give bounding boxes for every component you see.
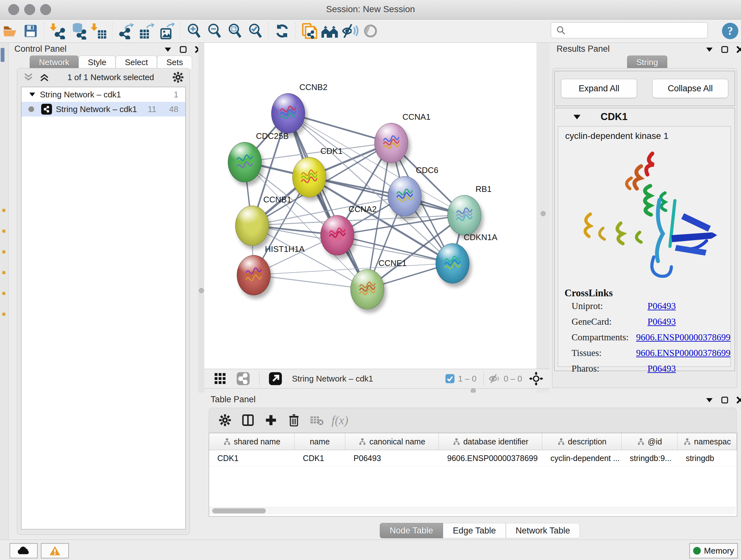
open-in-window-icon[interactable] — [264, 369, 287, 388]
create-column-icon[interactable] — [259, 411, 282, 430]
network-options-gear-icon[interactable] — [172, 71, 185, 84]
tab-node-table[interactable]: Node Table — [380, 523, 443, 538]
section-collapse-icon[interactable] — [573, 114, 581, 120]
table-hscrollbar[interactable] — [209, 507, 736, 514]
first-neighbors-icon[interactable] — [320, 22, 340, 40]
cloud-status-button[interactable] — [10, 543, 38, 558]
column-header-name[interactable]: name — [294, 433, 345, 450]
network-node-HIST1H1A[interactable] — [237, 255, 271, 295]
panel-float-icon[interactable] — [721, 396, 728, 403]
network-node-RB1[interactable] — [448, 195, 481, 235]
node-table[interactable]: shared namenamecanonical namedatabase id… — [209, 433, 737, 516]
panel-close-icon[interactable] — [737, 46, 741, 53]
crosslink-link[interactable]: 9606.ENSP00000378699 — [636, 332, 731, 343]
panel-menu-icon[interactable] — [706, 47, 713, 52]
collapse-all-button[interactable]: Collapse All — [652, 79, 728, 98]
open-session-icon[interactable] — [0, 22, 20, 40]
table-row[interactable]: CDK1CDK1P064939606.ENSP00000378699cyclin… — [209, 450, 737, 466]
crosslink-link[interactable]: P06493 — [648, 316, 676, 327]
export-image-icon[interactable] — [156, 22, 177, 40]
panel-menu-icon[interactable] — [164, 47, 172, 52]
results-tab-string[interactable]: String — [627, 56, 667, 69]
network-tree: String Network – cdk1 1 String Network –… — [21, 87, 186, 530]
panel-close-icon[interactable] — [737, 396, 741, 403]
hscrollbar-thumb[interactable] — [212, 508, 266, 513]
network-collection-row[interactable]: String Network – cdk1 1 — [21, 87, 185, 102]
column-header-description[interactable]: description — [542, 433, 622, 450]
tree-expand-icon[interactable] — [29, 92, 36, 97]
help-icon[interactable]: ? — [721, 22, 739, 40]
panel-float-icon[interactable] — [180, 46, 187, 53]
results-scroll-area[interactable]: CDK1 cyclin-dependent kinase 1 — [554, 108, 735, 371]
network-node-CCNB2[interactable] — [271, 93, 305, 133]
column-header-canonical-name[interactable]: canonical name — [345, 433, 439, 450]
network-node-CCNA2[interactable] — [320, 215, 354, 255]
crosslink-link[interactable]: P06493 — [648, 301, 676, 311]
column-header-shared-name[interactable]: shared name — [209, 433, 294, 450]
gene-section-header[interactable]: CDK1 — [555, 108, 735, 125]
network-node-CCNA1[interactable] — [374, 123, 408, 163]
string-view-icon[interactable] — [232, 369, 255, 388]
string-tab-label[interactable]: String — [627, 56, 667, 69]
import-network-database-icon[interactable] — [68, 22, 88, 40]
expand-all-icon[interactable] — [39, 72, 50, 82]
network-node-CDKN1A[interactable] — [435, 243, 469, 284]
dock-dot — [2, 250, 5, 253]
network-node-CCNB1[interactable] — [235, 206, 269, 246]
search-input[interactable] — [551, 22, 708, 38]
network-node-CDC6[interactable] — [388, 176, 421, 216]
show-all-icon[interactable] — [360, 22, 381, 40]
splitter-handle[interactable] — [541, 211, 546, 216]
export-table-icon[interactable] — [136, 22, 156, 40]
warnings-button[interactable] — [41, 543, 69, 558]
export-network-icon[interactable] — [116, 22, 136, 40]
crosslink-link[interactable]: 9606.ENSP00000378699 — [636, 348, 731, 358]
cloud-icon — [17, 546, 30, 556]
memory-button[interactable]: Memory — [689, 543, 738, 558]
tab-select[interactable]: Select — [116, 56, 157, 69]
network-node-CCNE1[interactable] — [350, 269, 384, 309]
import-network-file-icon[interactable] — [48, 22, 68, 40]
save-session-icon[interactable] — [20, 22, 41, 40]
zoom-out-icon[interactable] — [204, 22, 224, 40]
table-tabs: Node Table Edge Table Network Table — [380, 523, 580, 538]
column-header-database-identifier[interactable]: database identifier — [439, 433, 542, 450]
crosslink-row: Compartments:9606.ENSP00000378699 — [571, 332, 731, 343]
protein-ribbon-thumbnail — [357, 277, 378, 302]
table-body: CDK1CDK1P064939606.ENSP00000378699cyclin… — [209, 450, 737, 466]
node-label-CDC6: CDC6 — [416, 165, 439, 175]
refresh-layout-icon[interactable] — [272, 22, 292, 40]
string-results-body: Expand All Collapse All CDK1 cyclin-depe… — [552, 68, 737, 388]
panel-menu-icon[interactable] — [706, 397, 713, 402]
right-splitter[interactable] — [536, 43, 549, 393]
table-options-gear-icon[interactable] — [213, 411, 237, 430]
fit-content-icon[interactable] — [525, 369, 548, 388]
network-node-CDC25B[interactable] — [228, 142, 262, 182]
expand-all-button[interactable]: Expand All — [561, 79, 637, 98]
tab-network-table[interactable]: Network Table — [506, 523, 580, 538]
birds-eye-view-icon[interactable] — [209, 369, 232, 388]
tab-edge-table[interactable]: Edge Table — [443, 523, 506, 538]
zoom-in-icon[interactable] — [184, 22, 204, 40]
column-header-namespac[interactable]: namespac — [677, 433, 737, 450]
splitter-handle[interactable] — [199, 288, 204, 293]
left-splitter[interactable] — [198, 43, 204, 393]
zoom-fit-icon[interactable] — [224, 22, 245, 40]
selected-checkbox-icon[interactable] — [445, 373, 455, 384]
tab-sets[interactable]: Sets — [157, 56, 192, 69]
tab-network[interactable]: Network — [30, 56, 78, 69]
collapse-all-icon[interactable] — [23, 72, 34, 82]
hide-selected-icon[interactable] — [340, 22, 360, 40]
panel-float-icon[interactable] — [721, 46, 728, 53]
copy-style-icon[interactable] — [299, 22, 320, 40]
network-node-CDK1[interactable] — [292, 157, 326, 197]
crosslink-link[interactable]: P06493 — [648, 363, 676, 374]
network-canvas[interactable]: CCNB2CCNA1CDC25BCDK1CDC6RB1CCNB1CCNA2CDK… — [204, 43, 536, 369]
tab-style[interactable]: Style — [78, 56, 116, 69]
column-header-@id[interactable]: @id — [622, 433, 677, 450]
delete-column-icon[interactable] — [282, 411, 306, 430]
import-table-file-icon[interactable] — [88, 22, 109, 40]
zoom-selected-icon[interactable] — [245, 22, 265, 40]
network-row[interactable]: String Network – cdk1 11 48 — [21, 102, 185, 117]
show-columns-icon[interactable] — [237, 411, 259, 430]
